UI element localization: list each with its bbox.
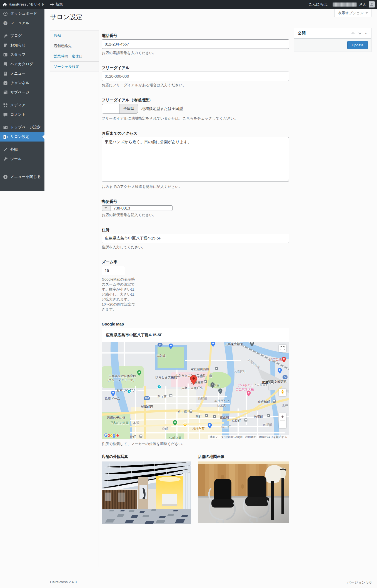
freedial-input[interactable] <box>102 72 289 81</box>
access-field-group: お店までのアクセス 東急ハンズから近く。目の前に公園があります。 お店までのアク… <box>102 130 289 189</box>
media-icon <box>3 103 8 108</box>
home-icon <box>3 2 7 7</box>
exterior-photo[interactable] <box>102 461 191 524</box>
freedial-region-label: フリーダイアル（地域指定） <box>102 97 289 103</box>
catalog-icon <box>3 62 8 67</box>
toggle-label: 全国型 <box>120 104 138 113</box>
sidebar-item-label: サロン設定 <box>10 134 29 139</box>
sidebar-item-label: スタッフ <box>10 52 26 57</box>
new-label: 新規 <box>56 2 63 7</box>
postal-field-group: 郵便番号 〒 お店の郵便番号を記入ください。 <box>102 199 289 218</box>
publish-title: 公開 <box>298 31 306 36</box>
move-down-icon[interactable] <box>358 31 361 34</box>
sidebar-item-news-4[interactable]: お知らせ <box>0 41 44 50</box>
fullscreen-icon <box>281 346 284 350</box>
address-input[interactable] <box>102 234 289 243</box>
menu-separator <box>0 119 44 123</box>
move-up-icon[interactable] <box>351 32 354 35</box>
sidebar-item-blog-3[interactable]: ブログ <box>0 31 44 41</box>
sidebar-item-collapse-20[interactable]: メニューを閉じる <box>0 172 44 181</box>
sidebar-item-pagesetting-14[interactable]: トップページ設定 <box>0 123 44 132</box>
toggle-panel-icon[interactable]: ▲ <box>364 32 367 35</box>
screen-options-button[interactable]: 表示オプション <box>334 9 371 17</box>
settings-tab-1[interactable]: 店舗連絡先 <box>50 41 99 51</box>
update-button[interactable]: Update <box>347 41 368 49</box>
zoom-in-button[interactable]: + <box>279 413 286 420</box>
sidebar-item-catalog-6[interactable]: ヘアカタログ <box>0 59 44 69</box>
sidebar-item-media-11[interactable]: メディア <box>0 100 44 110</box>
pegman-icon <box>281 390 284 395</box>
screen-options-label: 表示オプション <box>338 11 364 16</box>
settings-tab-0[interactable]: 店舗 <box>50 31 99 41</box>
pagesetting-icon <box>3 125 8 130</box>
publish-metabox-header[interactable]: 公開 ▲ <box>294 28 371 38</box>
account-menu[interactable]: こんにちは、 さん <box>309 1 377 7</box>
dashboard-icon <box>3 11 8 16</box>
postal-input[interactable] <box>111 205 173 211</box>
sidebar-item-channel-8[interactable]: チャンネル <box>0 78 44 88</box>
postal-mark: 〒 <box>102 205 111 211</box>
toggle-knob <box>102 104 120 113</box>
sidebar-item-label: トップページ設定 <box>10 125 41 130</box>
sidebar-item-subpage-9[interactable]: サブページ <box>0 88 44 97</box>
sidebar-item-label: ダッシュボード <box>10 11 37 16</box>
sidebar-item-label: ツール <box>10 157 22 161</box>
address-label: 住所 <box>102 227 289 233</box>
sidebar-item-pagesetting-15[interactable]: サロン設定 <box>0 132 44 142</box>
gmap-search-input[interactable] <box>102 328 289 342</box>
terms-link[interactable]: 利用規約 <box>245 435 256 439</box>
freedial-region-note: 地域指定型または全国型 <box>141 106 183 111</box>
sidebar-item-label: メニュー <box>10 71 26 76</box>
phone-input[interactable] <box>102 39 289 49</box>
sidebar-item-menu-7[interactable]: メニュー <box>0 69 44 78</box>
access-textarea[interactable]: 東急ハンズから近く。目の前に公園があります。 <box>102 137 289 181</box>
sidebar-item-label: ヘアカタログ <box>10 62 33 67</box>
freedial-label: フリーダイアル <box>102 65 289 70</box>
sidebar-item-label: サブページ <box>10 90 29 95</box>
gmap-field-group: Google Map <box>102 321 289 446</box>
freedial-region-toggle[interactable]: 全国型 <box>102 104 138 114</box>
sidebar-item-manual-1[interactable]: ?マニュアル <box>0 18 44 28</box>
postal-help: お店の郵便番号を記入ください。 <box>102 213 289 218</box>
pegman-button[interactable] <box>279 389 286 396</box>
new-content-menu[interactable]: 新規 <box>48 0 66 9</box>
comment-icon <box>3 112 8 117</box>
sidebar-item-tools-18[interactable]: ツール <box>0 154 44 164</box>
menu-separator <box>0 28 44 31</box>
zoom-input[interactable] <box>102 266 125 275</box>
sidebar-item-comment-12[interactable]: コメント <box>0 110 44 119</box>
avatar <box>369 1 375 7</box>
photos-row: 店舗の外観写真 店舗の地図画像 <box>102 454 289 524</box>
address-field-group: 住所 住所を入力してください。 <box>102 227 289 250</box>
sidebar-item-staff-5[interactable]: スタッフ <box>0 50 44 59</box>
settings-tab-2[interactable]: 営業時間・定休日 <box>50 51 99 62</box>
sidebar-item-dashboard-0[interactable]: ダッシュボード <box>0 9 44 18</box>
blog-icon <box>3 33 8 38</box>
page-title: サロン設定 <box>50 13 83 21</box>
map-image-photo[interactable] <box>198 461 289 523</box>
user-suffix: さん <box>359 2 366 7</box>
exterior-photo-label: 店舗の外観写真 <box>102 454 128 459</box>
map-canvas <box>102 342 289 439</box>
menu-separator <box>0 142 44 145</box>
plus-icon <box>50 3 54 6</box>
fullscreen-button[interactable] <box>279 345 286 352</box>
sidebar-item-label: メニューを閉じる <box>10 174 41 179</box>
menu-gap <box>0 164 44 172</box>
phone-label: 電話番号 <box>102 33 289 38</box>
phone-help: お店の電話番号を入力ください。 <box>102 51 289 55</box>
channel-icon <box>3 80 8 85</box>
pagesetting-icon <box>3 134 8 139</box>
site-menu[interactable]: HairsPressデモサイト <box>0 0 48 9</box>
access-help: お店までのアクセス経路を簡単に記入ください。 <box>102 184 289 189</box>
subpage-icon <box>3 90 8 95</box>
map-attribution: 地図データ ©2020 Google 利用規約 地図の誤りを報告する <box>208 435 289 439</box>
zoom-label: ズーム率 <box>102 259 289 265</box>
settings-tab-3[interactable]: ソーシャル設定 <box>50 61 99 72</box>
sidebar-item-appearance-17[interactable]: 外観 <box>0 145 44 154</box>
news-icon <box>3 43 8 48</box>
zoom-out-button[interactable]: − <box>279 421 286 428</box>
greeting-text: こんにちは、 <box>309 2 331 7</box>
report-error-link[interactable]: 地図の誤りを報告する <box>259 435 287 439</box>
google-map[interactable]: 地図 航空写真 + − Google 地図データ ©2020 Google <box>102 342 289 439</box>
